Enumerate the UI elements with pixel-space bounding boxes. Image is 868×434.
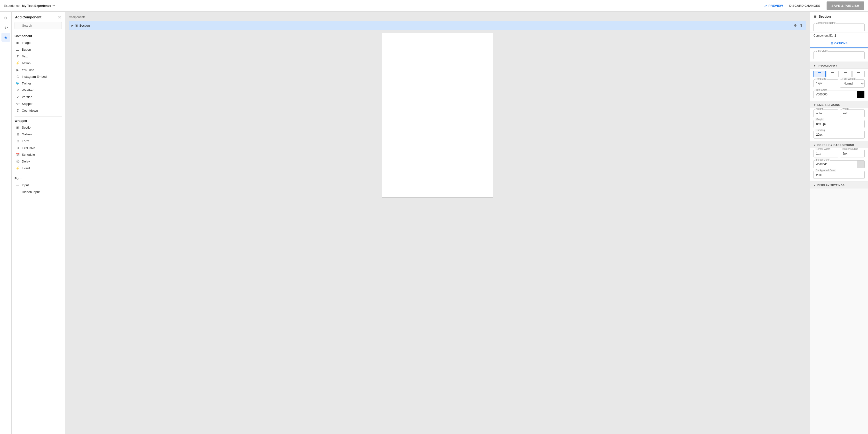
input-icon: —: [16, 183, 20, 187]
discard-changes-button[interactable]: DISCARD CHANGES: [786, 2, 823, 9]
list-item[interactable]: ⊞ Gallery: [14, 131, 62, 138]
svg-rect-5: [831, 75, 834, 75]
svg-rect-9: [857, 72, 860, 73]
experience-label: Experience:: [4, 4, 21, 7]
exclusive-icon: ⊕: [16, 145, 20, 150]
action-icon: ⚡: [16, 61, 20, 65]
tree-delete-button[interactable]: 🗑: [799, 23, 803, 28]
list-item[interactable]: — Input: [14, 181, 62, 189]
panel-header: Add Component ✕: [12, 12, 65, 22]
button-icon: ▬: [16, 47, 20, 52]
font-size-weight-row: Font Size Font Weight Normal Bold Lighte…: [810, 78, 868, 89]
list-item[interactable]: ⊕ Exclusive: [14, 144, 62, 151]
component-name-field-wrap: Component Name: [810, 21, 868, 32]
padding-input[interactable]: [813, 131, 865, 138]
list-item[interactable]: ⏱ Countdown: [14, 107, 62, 114]
options-icon: ⊞: [831, 41, 833, 45]
list-item[interactable]: ⊟ Form: [14, 138, 62, 144]
align-right-button[interactable]: [840, 71, 852, 77]
border-color-input[interactable]: [813, 160, 857, 168]
margin-input[interactable]: [813, 120, 865, 128]
size-spacing-collapse[interactable]: ▼ SIZE & SPACING: [810, 101, 868, 108]
list-item[interactable]: </> Snippet: [14, 100, 62, 107]
svg-rect-0: [818, 72, 821, 73]
list-item[interactable]: ⚡ Action: [14, 60, 62, 66]
border-background-section: ▼ BORDER & BACKGROUND Border Width Borde…: [810, 141, 868, 181]
align-center-button[interactable]: [827, 71, 839, 77]
component-id-label: Component ID:: [813, 34, 833, 37]
settings-icon-btn[interactable]: ⚙: [1, 13, 10, 22]
display-settings-collapse[interactable]: ▼ DISPLAY SETTINGS: [810, 181, 868, 189]
form-group-title: Form: [14, 176, 62, 180]
edit-icon[interactable]: ✏: [53, 4, 55, 7]
text-color-swatch[interactable]: [857, 91, 865, 98]
list-item[interactable]: ⚡ Event: [14, 165, 62, 171]
font-size-input[interactable]: [813, 79, 838, 87]
list-item[interactable]: ▣ Image: [14, 39, 62, 46]
font-weight-select[interactable]: Normal Bold Lighter Bolder: [840, 79, 865, 88]
code-icon-btn[interactable]: </>: [1, 23, 10, 32]
margin-row: Margin: [810, 119, 868, 129]
list-item[interactable]: 🐦 Twitter: [14, 80, 62, 87]
height-field: Height: [813, 109, 838, 117]
hidden-input-icon: —: [16, 190, 20, 194]
typography-label: TYPOGRAPHY: [817, 64, 837, 67]
border-bg-collapse[interactable]: ▼ BORDER & BACKGROUND: [810, 141, 868, 148]
snippet-icon: </>: [16, 101, 20, 106]
list-item[interactable]: ▣ Section: [14, 124, 62, 131]
display-settings-section: ▼ DISPLAY SETTINGS: [810, 181, 868, 189]
border-radius-field: Border Radius: [840, 150, 865, 158]
list-item[interactable]: ▬ Button: [14, 46, 62, 53]
list-item[interactable]: 📅 Schedule: [14, 151, 62, 158]
tree-section-icon: ▣: [75, 24, 78, 27]
height-width-row: Height Width: [810, 108, 868, 119]
text-color-input[interactable]: [813, 91, 857, 98]
typography-collapse[interactable]: ▼ TYPOGRAPHY: [810, 62, 868, 69]
save-publish-button[interactable]: SAVE & PUBLISH: [827, 1, 864, 10]
tree-row-section[interactable]: ▶ ▣ Section ⚙ 🗑: [69, 21, 806, 30]
width-input[interactable]: [840, 109, 865, 117]
right-panel-title: Section: [818, 14, 831, 19]
height-input[interactable]: [813, 109, 838, 117]
border-radius-input[interactable]: [840, 150, 865, 158]
components-icon-btn[interactable]: ◈: [1, 33, 10, 42]
search-input[interactable]: [14, 22, 62, 29]
divider-1: [14, 116, 62, 116]
tree-chevron-icon[interactable]: ▶: [71, 24, 73, 27]
css-class-input[interactable]: [813, 51, 865, 59]
list-item[interactable]: ⌚ Delay: [14, 158, 62, 165]
list-item[interactable]: — Hidden Input: [14, 189, 62, 195]
list-item[interactable]: ✔ Verified: [14, 94, 62, 100]
list-item[interactable]: ▶ YouTube: [14, 66, 62, 73]
component-name-input[interactable]: [813, 24, 865, 31]
chevron-down-icon-4: ▼: [813, 184, 816, 187]
preview-button[interactable]: ↗ PREVIEW: [764, 4, 783, 8]
youtube-icon: ▶: [16, 68, 20, 72]
align-justify-button[interactable]: [852, 71, 865, 77]
list-item[interactable]: ⬡ Instagram Embed: [14, 73, 62, 80]
right-panel: ▣ Section Component Name Component ID: 1…: [810, 12, 868, 434]
preview-frame-wrap: [69, 33, 806, 430]
typography-section: ▼ TYPOGRAPHY: [810, 62, 868, 101]
svg-rect-7: [845, 74, 847, 74]
component-id-row: Component ID: 1: [810, 32, 868, 39]
font-weight-field: Font Weight Normal Bold Lighter Bolder: [840, 79, 865, 88]
component-group-title: Component: [14, 34, 62, 38]
align-left-button[interactable]: [813, 71, 826, 77]
border-color-swatch[interactable]: [857, 160, 865, 168]
tree-filter-button[interactable]: ⚙: [794, 23, 798, 28]
divider-2: [14, 174, 62, 174]
border-bg-label: BORDER & BACKGROUND: [817, 144, 854, 146]
chevron-down-icon: ▼: [813, 64, 816, 67]
chevron-down-icon-3: ▼: [813, 144, 816, 146]
list-item[interactable]: ✳ Weather: [14, 87, 62, 94]
gallery-icon: ⊞: [16, 132, 20, 136]
bg-color-input[interactable]: [813, 171, 857, 179]
margin-field: Margin: [813, 120, 865, 128]
list-item[interactable]: T Text: [14, 53, 62, 60]
panel-close-button[interactable]: ✕: [58, 15, 61, 20]
border-width-input[interactable]: [813, 150, 838, 158]
tab-options[interactable]: ⊞ OPTIONS: [810, 39, 868, 48]
verified-icon: ✔: [16, 95, 20, 99]
bg-color-swatch[interactable]: [857, 171, 865, 179]
